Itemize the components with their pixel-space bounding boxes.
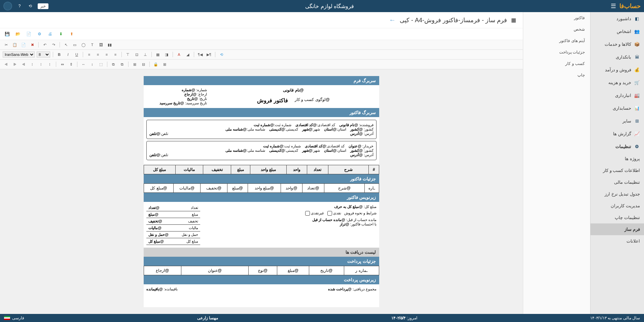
sidebar-item-warehouse[interactable]: 🏭انبارداری <box>591 89 644 102</box>
sidebar-item-users[interactable]: مدیریت کاربران <box>591 200 644 212</box>
distribute-h-button[interactable]: ⇔ <box>59 61 66 68</box>
redo-button[interactable]: ↷ <box>50 41 57 48</box>
align-justify-button[interactable]: ≡ <box>112 51 119 58</box>
ltr-button[interactable]: ▶¶ <box>206 51 212 58</box>
upload-button[interactable]: ⬆ <box>69 31 75 37</box>
submenu-payment[interactable]: جزئیات پرداخت <box>523 46 590 58</box>
grid-button[interactable]: ⊞ <box>161 61 168 68</box>
ungroup-button[interactable]: ⊟ <box>140 61 147 68</box>
submenu-items[interactable]: آیتم های فاکتور <box>523 35 590 46</box>
textcolor-button[interactable]: A <box>176 51 182 58</box>
align-b-button[interactable]: ⫶ <box>46 61 53 68</box>
sidebar-item-financial[interactable]: تنظیمات مالی <box>591 176 644 188</box>
payment-details-header: جزئیات پرداخت <box>144 257 379 266</box>
rtl-button[interactable]: ¶◀ <box>197 51 204 58</box>
valign-top-button[interactable]: ⊤ <box>124 51 131 58</box>
refresh-icon[interactable]: ⟲ <box>27 3 34 9</box>
paste-button[interactable]: 📄 <box>20 41 27 48</box>
submenu-print[interactable]: چاپ <box>523 69 590 81</box>
cut-button[interactable]: ✂ <box>3 41 9 48</box>
company-name: فروشگاه لوازم خانگی <box>305 3 354 9</box>
submenu-person[interactable]: شخص <box>523 24 590 35</box>
sidebar-item-sales[interactable]: 💰فروش و درآمد <box>591 63 644 76</box>
sidebar-item-purchase[interactable]: 🛒خرید و هزینه <box>591 76 644 89</box>
avatar[interactable] <box>3 2 12 10</box>
align-c-button[interactable]: ⫸ <box>11 61 18 68</box>
sidebar-item-products[interactable]: 📦کالاها و خدمات <box>591 38 644 50</box>
menu-toggle[interactable]: ☰ <box>611 2 616 10</box>
refresh-button[interactable]: ⟲ <box>218 51 225 58</box>
align-l-button[interactable]: ⫷ <box>3 61 9 68</box>
form-header-section: سربرگ فرم <box>144 76 379 85</box>
print-button[interactable]: 🖨 <box>47 31 53 37</box>
settings-icon: ⚙ <box>634 143 640 149</box>
canvas-area[interactable]: سربرگ فرم @نام قانونی @لوگوی کسب و کار ف… <box>0 69 523 314</box>
same-height-button[interactable]: ↕ <box>89 61 96 68</box>
align-t-button[interactable]: ⫶ <box>29 61 36 68</box>
sidebar-item-formbuilder[interactable]: فرم ساز <box>591 223 644 235</box>
italic-button[interactable]: I <box>65 51 71 58</box>
sidebar-item-reports[interactable]: 📈گزارش ها <box>591 127 644 140</box>
sidebar-item-accounting[interactable]: 📊حسابداری <box>591 102 644 114</box>
submenu: فاکتور شخص آیتم های فاکتور جزئیات پرداخت… <box>523 12 590 314</box>
sidebar-item-notifications[interactable]: اعلانات <box>591 235 644 247</box>
submenu-invoice[interactable]: فاکتور <box>523 12 590 24</box>
align-left-button[interactable]: ≡ <box>86 51 93 58</box>
sidebar-item-persons[interactable]: 👥اشخاص <box>591 25 644 38</box>
form-canvas[interactable]: سربرگ فرم @نام قانونی @لوگوی کسب و کار ف… <box>144 76 379 307</box>
fontsize-select[interactable]: 8 <box>37 51 50 58</box>
same-width-button[interactable]: ↔ <box>80 61 87 68</box>
align-m-button[interactable]: ⫶ <box>38 61 44 68</box>
font-select[interactable]: IranSans-Web <box>3 51 35 58</box>
save-button[interactable]: 💾 <box>4 31 10 37</box>
barcode-button[interactable]: ▮▮ <box>106 41 113 48</box>
delete-button[interactable]: ✖ <box>29 41 36 48</box>
settings-button[interactable]: ⚙ <box>36 31 42 37</box>
align-r-button[interactable]: ⫷ <box>20 61 27 68</box>
lock-button[interactable]: 🔒 <box>152 61 159 68</box>
buyer-box: خریدار: @عنوان کد اقتصادی:@کد اقتصادی شم… <box>146 141 377 160</box>
distribute-v-button[interactable]: ⇕ <box>68 61 74 68</box>
sidebar-item-dashboard[interactable]: ◧داشبورد <box>591 12 644 25</box>
image-button[interactable]: 🖼 <box>98 41 104 48</box>
download-button[interactable]: ⬇ <box>58 31 64 37</box>
valign-bottom-button[interactable]: ⊥ <box>142 51 149 58</box>
group-button[interactable]: ⊞ <box>131 61 138 68</box>
sidebar-item-exchange[interactable]: جدول تبدیل نرخ ارز <box>591 188 644 200</box>
rect-button[interactable]: ▭ <box>71 41 78 48</box>
align-center-button[interactable]: ≡ <box>95 51 101 58</box>
pointer-button[interactable]: ↖ <box>63 41 69 48</box>
news-badge[interactable]: خبر <box>38 3 48 9</box>
undo-button[interactable]: ↶ <box>41 41 48 48</box>
table-row: ـاره @شرح @تعداد @واحد @مبلغ واحد @مبلغ … <box>144 184 379 193</box>
fill-button[interactable]: ◨ <box>163 51 170 58</box>
bold-button[interactable]: B <box>56 51 63 58</box>
open-button[interactable]: 📂 <box>15 31 21 37</box>
cash-checkbox[interactable] <box>327 211 332 216</box>
sidebar-item-banking[interactable]: 🏛بانکداری <box>591 50 644 63</box>
valign-middle-button[interactable]: ⊡ <box>133 51 140 58</box>
sidebar-item-projects[interactable]: پروژه ها <box>591 153 644 165</box>
sidebar-item-other[interactable]: ⊞سایر <box>591 114 644 127</box>
border-button[interactable]: ▦ <box>154 51 161 58</box>
bgcolor-button[interactable]: ◢ <box>184 51 191 58</box>
sidebar-item-print[interactable]: تنظیمات چاپ <box>591 212 644 223</box>
bring-front-button[interactable]: ⧉ <box>110 61 117 68</box>
noncash-checkbox[interactable] <box>305 211 310 216</box>
language-switch[interactable]: فارسی <box>4 316 24 320</box>
back-button[interactable]: ← <box>389 16 396 24</box>
new-button[interactable]: 📄 <box>26 31 32 37</box>
same-size-button[interactable]: ⬚ <box>98 61 104 68</box>
main: ▦ فرم ساز - فرمساز-فاکتور فروش-A4 - کپی … <box>0 12 523 314</box>
sales-icon: 💰 <box>634 67 640 73</box>
copy-button[interactable]: 📋 <box>11 41 18 48</box>
submenu-business[interactable]: کسب و کار <box>523 58 590 69</box>
align-right-button[interactable]: ≡ <box>103 51 110 58</box>
sidebar-item-business-info[interactable]: اطلاعات کسب و کار <box>591 165 644 176</box>
underline-button[interactable]: U <box>73 51 80 58</box>
help-icon[interactable]: ? <box>16 3 23 9</box>
table-row: ـماره ر @تاریخ @مبلغ @نوع @عنوان @ارجاع <box>144 266 379 275</box>
text-button[interactable]: T <box>89 41 96 48</box>
send-back-button[interactable]: ⧉ <box>119 61 126 68</box>
ellipse-button[interactable]: ◯ <box>80 41 87 48</box>
